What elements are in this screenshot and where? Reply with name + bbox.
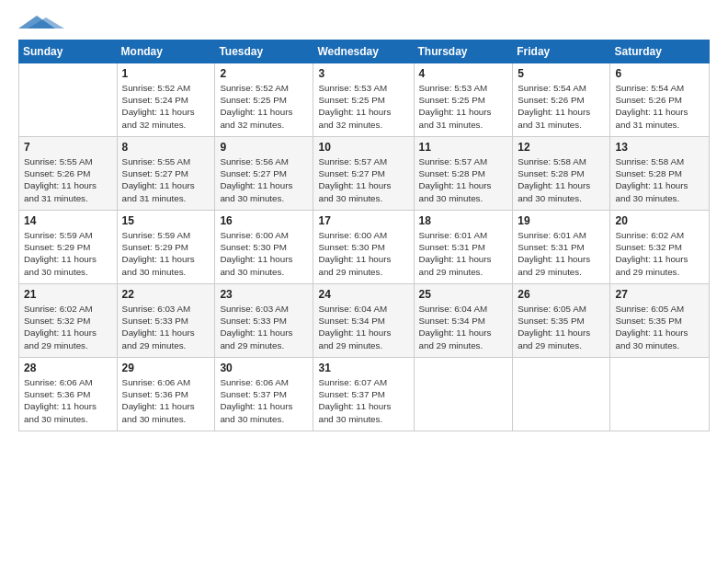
- calendar-cell: 19Sunrise: 6:01 AM Sunset: 5:31 PM Dayli…: [513, 211, 610, 284]
- weekday-header-thursday: Thursday: [414, 40, 513, 63]
- logo-icon: [18, 16, 64, 29]
- calendar-cell: 11Sunrise: 5:57 AM Sunset: 5:28 PM Dayli…: [414, 137, 513, 211]
- day-info: Sunrise: 6:01 AM Sunset: 5:31 PM Dayligh…: [518, 229, 605, 278]
- week-row-1: 7Sunrise: 5:55 AM Sunset: 5:26 PM Daylig…: [19, 137, 710, 211]
- day-number: 17: [318, 214, 408, 227]
- calendar-cell: 29Sunrise: 6:06 AM Sunset: 5:36 PM Dayli…: [117, 358, 215, 431]
- day-number: 31: [318, 362, 408, 374]
- day-info: Sunrise: 5:54 AM Sunset: 5:26 PM Dayligh…: [518, 82, 605, 131]
- day-info: Sunrise: 5:57 AM Sunset: 5:28 PM Dayligh…: [419, 155, 508, 204]
- day-number: 27: [615, 288, 704, 301]
- calendar-cell: 21Sunrise: 6:02 AM Sunset: 5:32 PM Dayli…: [19, 284, 118, 358]
- day-info: Sunrise: 6:02 AM Sunset: 5:32 PM Dayligh…: [24, 303, 112, 351]
- calendar-cell: 14Sunrise: 5:59 AM Sunset: 5:29 PM Dayli…: [19, 211, 118, 284]
- calendar-cell: [19, 63, 118, 137]
- day-number: 15: [122, 214, 210, 227]
- calendar-cell: 18Sunrise: 6:01 AM Sunset: 5:31 PM Dayli…: [414, 211, 513, 284]
- calendar-cell: 25Sunrise: 6:04 AM Sunset: 5:34 PM Dayli…: [414, 284, 513, 358]
- weekday-header-saturday: Saturday: [610, 40, 710, 63]
- calendar-table: SundayMondayTuesdayWednesdayThursdayFrid…: [18, 40, 710, 431]
- weekday-header-sunday: Sunday: [19, 40, 118, 63]
- calendar-cell: 15Sunrise: 5:59 AM Sunset: 5:29 PM Dayli…: [117, 211, 215, 284]
- day-info: Sunrise: 5:55 AM Sunset: 5:27 PM Dayligh…: [122, 155, 210, 204]
- day-info: Sunrise: 5:53 AM Sunset: 5:25 PM Dayligh…: [419, 82, 508, 131]
- calendar-cell: 30Sunrise: 6:06 AM Sunset: 5:37 PM Dayli…: [215, 358, 313, 431]
- header: [18, 15, 710, 32]
- day-number: 6: [615, 67, 704, 80]
- day-info: Sunrise: 6:00 AM Sunset: 5:30 PM Dayligh…: [220, 229, 308, 278]
- day-number: 28: [24, 362, 112, 374]
- day-number: 25: [419, 288, 508, 301]
- calendar-cell: 8Sunrise: 5:55 AM Sunset: 5:27 PM Daylig…: [117, 137, 215, 211]
- weekday-row: SundayMondayTuesdayWednesdayThursdayFrid…: [19, 40, 710, 63]
- weekday-header-tuesday: Tuesday: [215, 40, 313, 63]
- week-row-4: 28Sunrise: 6:06 AM Sunset: 5:36 PM Dayli…: [19, 358, 710, 431]
- day-number: 5: [518, 67, 605, 80]
- calendar-cell: 26Sunrise: 6:05 AM Sunset: 5:35 PM Dayli…: [513, 284, 610, 358]
- day-info: Sunrise: 6:02 AM Sunset: 5:32 PM Dayligh…: [615, 229, 704, 278]
- day-number: 1: [122, 67, 210, 80]
- day-info: Sunrise: 5:59 AM Sunset: 5:29 PM Dayligh…: [122, 229, 210, 278]
- calendar-cell: 3Sunrise: 5:53 AM Sunset: 5:25 PM Daylig…: [313, 63, 414, 137]
- calendar-cell: [513, 358, 610, 431]
- calendar-cell: [414, 358, 513, 431]
- calendar-page: SundayMondayTuesdayWednesdayThursdayFrid…: [0, 0, 728, 563]
- calendar-cell: 20Sunrise: 6:02 AM Sunset: 5:32 PM Dayli…: [610, 211, 710, 284]
- calendar-cell: 6Sunrise: 5:54 AM Sunset: 5:26 PM Daylig…: [610, 63, 710, 137]
- day-info: Sunrise: 6:05 AM Sunset: 5:35 PM Dayligh…: [615, 303, 704, 351]
- calendar-body: 1Sunrise: 5:52 AM Sunset: 5:24 PM Daylig…: [19, 63, 710, 431]
- day-info: Sunrise: 5:57 AM Sunset: 5:27 PM Dayligh…: [318, 155, 408, 204]
- day-info: Sunrise: 6:06 AM Sunset: 5:36 PM Dayligh…: [24, 376, 112, 425]
- day-number: 19: [518, 214, 605, 227]
- calendar-cell: [610, 358, 710, 431]
- calendar-cell: 2Sunrise: 5:52 AM Sunset: 5:25 PM Daylig…: [215, 63, 313, 137]
- day-info: Sunrise: 5:56 AM Sunset: 5:27 PM Dayligh…: [220, 155, 308, 204]
- calendar-cell: 5Sunrise: 5:54 AM Sunset: 5:26 PM Daylig…: [513, 63, 610, 137]
- day-info: Sunrise: 6:04 AM Sunset: 5:34 PM Dayligh…: [419, 303, 508, 351]
- day-info: Sunrise: 5:55 AM Sunset: 5:26 PM Dayligh…: [24, 155, 112, 204]
- day-number: 4: [419, 67, 508, 80]
- day-number: 8: [122, 141, 210, 154]
- day-info: Sunrise: 5:52 AM Sunset: 5:25 PM Dayligh…: [220, 82, 308, 131]
- day-number: 26: [518, 288, 605, 301]
- calendar-cell: 24Sunrise: 6:04 AM Sunset: 5:34 PM Dayli…: [313, 284, 414, 358]
- week-row-0: 1Sunrise: 5:52 AM Sunset: 5:24 PM Daylig…: [19, 63, 710, 137]
- day-number: 23: [220, 288, 308, 301]
- calendar-cell: 1Sunrise: 5:52 AM Sunset: 5:24 PM Daylig…: [117, 63, 215, 137]
- day-number: 29: [122, 362, 210, 374]
- weekday-header-monday: Monday: [117, 40, 215, 63]
- day-info: Sunrise: 6:03 AM Sunset: 5:33 PM Dayligh…: [122, 303, 210, 351]
- calendar-cell: 31Sunrise: 6:07 AM Sunset: 5:37 PM Dayli…: [313, 358, 414, 431]
- day-info: Sunrise: 6:00 AM Sunset: 5:30 PM Dayligh…: [318, 229, 408, 278]
- day-info: Sunrise: 6:06 AM Sunset: 5:37 PM Dayligh…: [220, 376, 308, 425]
- day-info: Sunrise: 6:01 AM Sunset: 5:31 PM Dayligh…: [419, 229, 508, 278]
- day-number: 20: [615, 214, 704, 227]
- day-info: Sunrise: 6:03 AM Sunset: 5:33 PM Dayligh…: [220, 303, 308, 351]
- day-number: 2: [220, 67, 308, 80]
- day-number: 13: [615, 141, 704, 154]
- calendar-cell: 13Sunrise: 5:58 AM Sunset: 5:28 PM Dayli…: [610, 137, 710, 211]
- day-info: Sunrise: 6:05 AM Sunset: 5:35 PM Dayligh…: [518, 303, 605, 351]
- day-info: Sunrise: 5:54 AM Sunset: 5:26 PM Dayligh…: [615, 82, 704, 131]
- day-number: 9: [220, 141, 308, 154]
- calendar-header: SundayMondayTuesdayWednesdayThursdayFrid…: [19, 40, 710, 63]
- day-number: 12: [518, 141, 605, 154]
- day-number: 21: [24, 288, 112, 301]
- day-number: 22: [122, 288, 210, 301]
- day-number: 30: [220, 362, 308, 374]
- calendar-cell: 10Sunrise: 5:57 AM Sunset: 5:27 PM Dayli…: [313, 137, 414, 211]
- day-number: 7: [24, 141, 112, 154]
- day-info: Sunrise: 6:06 AM Sunset: 5:36 PM Dayligh…: [122, 376, 210, 425]
- day-number: 11: [419, 141, 508, 154]
- weekday-header-wednesday: Wednesday: [313, 40, 414, 63]
- day-number: 10: [318, 141, 408, 154]
- day-info: Sunrise: 5:58 AM Sunset: 5:28 PM Dayligh…: [615, 155, 704, 204]
- day-info: Sunrise: 5:53 AM Sunset: 5:25 PM Dayligh…: [318, 82, 408, 131]
- day-info: Sunrise: 5:52 AM Sunset: 5:24 PM Dayligh…: [122, 82, 210, 131]
- week-row-3: 21Sunrise: 6:02 AM Sunset: 5:32 PM Dayli…: [19, 284, 710, 358]
- logo: [18, 15, 64, 32]
- day-number: 24: [318, 288, 408, 301]
- calendar-cell: 28Sunrise: 6:06 AM Sunset: 5:36 PM Dayli…: [19, 358, 118, 431]
- calendar-cell: 27Sunrise: 6:05 AM Sunset: 5:35 PM Dayli…: [610, 284, 710, 358]
- day-number: 14: [24, 214, 112, 227]
